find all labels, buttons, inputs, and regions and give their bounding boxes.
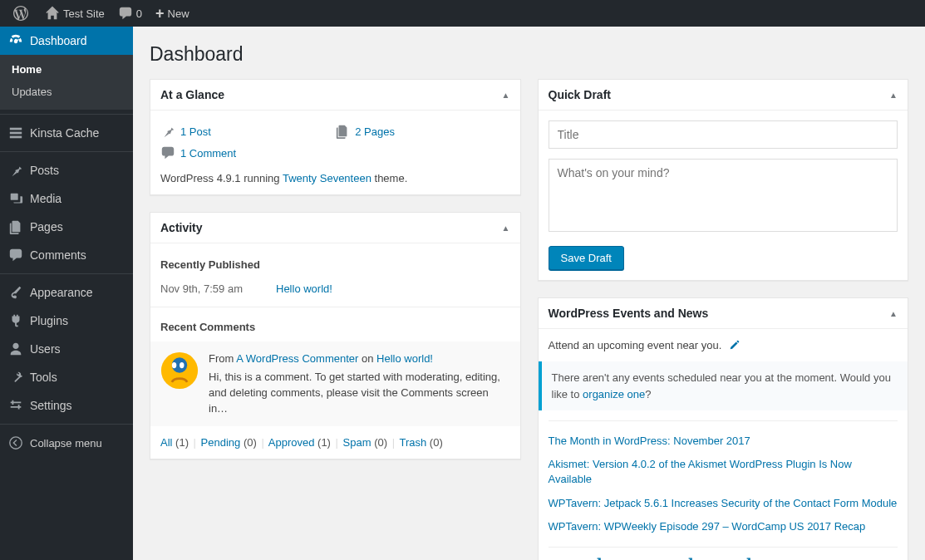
menu-dashboard[interactable]: Dashboard (0, 27, 133, 55)
menu-users[interactable]: Users (0, 335, 133, 363)
pin-icon (160, 124, 175, 139)
menu-appearance[interactable]: Appearance (0, 278, 133, 307)
comment-icon (160, 145, 175, 160)
filter-all[interactable]: All (160, 436, 172, 449)
news-link[interactable]: WPTavern: WPWeekly Episode 297 – WordCam… (549, 515, 898, 538)
quick-draft-title: Quick Draft (549, 88, 611, 101)
submenu-dashboard: Home Updates (0, 55, 133, 110)
wrench-icon (8, 370, 23, 385)
new-content[interactable]: + New (149, 0, 196, 27)
comment-item: From A WordPress Commenter on Hello worl… (150, 341, 520, 426)
activity-title: Activity (160, 221, 203, 234)
toggle-activity[interactable]: ▲ (502, 224, 510, 233)
svg-point-6 (172, 362, 177, 368)
svg-rect-2 (10, 136, 22, 139)
activity-box: Activity ▲ Recently Published Nov 9th, 7… (150, 212, 521, 459)
menu-settings[interactable]: Settings (0, 391, 133, 420)
draft-title-input[interactable] (549, 120, 898, 149)
media-icon (8, 191, 23, 206)
comments-bubble[interactable]: 0 (111, 0, 149, 27)
news-link[interactable]: Akismet: Version 4.0.2 of the Akismet Wo… (549, 453, 898, 491)
news-link[interactable]: WPTavern: Jetpack 5.6.1 Increases Securi… (549, 492, 898, 515)
site-name: Test Site (63, 7, 105, 20)
save-draft-button[interactable]: Save Draft (549, 246, 624, 270)
attend-text: Attend an upcoming event near you. (549, 339, 722, 351)
menu-posts[interactable]: Posts (0, 156, 133, 184)
at-a-glance-box: At a Glance ▲ 1 Post 2 Pages (150, 79, 521, 195)
main-content: Dashboard At a Glance ▲ 1 Post (133, 27, 925, 560)
toggle-quick-draft[interactable]: ▲ (889, 91, 898, 100)
pin-icon (8, 163, 23, 178)
pencil-icon[interactable] (728, 340, 740, 351)
site-name-link[interactable]: Test Site (38, 0, 111, 27)
glance-pages-link[interactable]: 2 Pages (355, 125, 395, 138)
dashboard-icon (8, 33, 23, 48)
filter-trash[interactable]: Trash (399, 436, 426, 449)
no-events-notice: There aren't any events scheduled near y… (539, 361, 908, 410)
comment-on: on (358, 352, 376, 365)
events-title: WordPress Events and News (549, 307, 709, 320)
glance-comments-link[interactable]: 1 Comment (180, 147, 236, 160)
wp-version-prefix: WordPress 4.9.1 running (160, 172, 283, 184)
collapse-menu[interactable]: Collapse menu (0, 429, 133, 457)
comment-from: From (209, 352, 236, 365)
organize-link[interactable]: organize one (583, 388, 645, 400)
filter-pending[interactable]: Pending (201, 436, 241, 449)
admin-sidebar: Dashboard Home Updates Kinsta Cache Post… (0, 27, 133, 560)
avatar (160, 351, 199, 390)
svg-rect-0 (10, 128, 22, 130)
submenu-updates[interactable]: Updates (0, 81, 133, 103)
toggle-glance[interactable]: ▲ (502, 91, 510, 100)
recent-comments-header: Recent Comments (160, 316, 510, 341)
comment-author-link[interactable]: A WordPress Commenter (236, 352, 358, 365)
wordpress-icon (13, 6, 28, 21)
sliders-icon (8, 398, 23, 413)
admin-bar: Test Site 0 + New (0, 0, 925, 27)
events-news-box: WordPress Events and News ▲ Attend an up… (538, 297, 909, 560)
theme-link[interactable]: Twenty Seventeen (283, 172, 371, 184)
glance-posts-link[interactable]: 1 Post (180, 125, 211, 138)
collapse-icon (8, 435, 23, 450)
filter-approved[interactable]: Approved (268, 436, 315, 449)
submenu-home[interactable]: Home (0, 58, 133, 81)
home-icon (45, 6, 60, 21)
menu-comments[interactable]: Comments (0, 241, 133, 269)
page-title: Dashboard (150, 43, 908, 66)
comments-icon (8, 248, 23, 263)
comments-count: 0 (136, 7, 142, 20)
menu-pages[interactable]: Pages (0, 213, 133, 241)
wp-logo[interactable] (7, 0, 38, 27)
toggle-events[interactable]: ▲ (889, 309, 898, 318)
quick-draft-box: Quick Draft ▲ Save Draft (538, 79, 909, 281)
menu-plugins[interactable]: Plugins (0, 307, 133, 335)
recently-published-header: Recently Published (160, 253, 510, 279)
kinsta-icon (8, 125, 23, 140)
news-link[interactable]: The Month in WordPress: November 2017 (549, 430, 898, 453)
plus-icon: + (155, 5, 165, 22)
comment-icon (118, 6, 133, 21)
brush-icon (8, 285, 23, 300)
menu-tools[interactable]: Tools (0, 363, 133, 391)
published-date: Nov 9th, 7:59 am (160, 282, 243, 295)
svg-rect-1 (10, 132, 22, 135)
svg-point-7 (180, 362, 185, 368)
wp-version-suffix: theme. (371, 172, 407, 184)
svg-point-3 (10, 437, 22, 449)
plugin-icon (8, 313, 23, 328)
new-label: New (168, 7, 189, 20)
comment-filters: All (1) | Pending (0) | Approved (1) | S… (160, 426, 510, 449)
comment-post-link[interactable]: Hello world! (376, 352, 433, 365)
draft-content-input[interactable] (549, 159, 898, 232)
at-a-glance-title: At a Glance (160, 88, 224, 101)
published-post-link[interactable]: Hello world! (276, 282, 332, 295)
menu-media[interactable]: Media (0, 184, 133, 213)
menu-kinsta-cache[interactable]: Kinsta Cache (0, 119, 133, 147)
filter-spam[interactable]: Spam (343, 436, 371, 449)
pages-icon (335, 124, 350, 139)
comment-body: Hi, this is a comment. To get started wi… (209, 370, 510, 417)
pages-icon (8, 219, 23, 234)
user-icon (8, 341, 23, 356)
